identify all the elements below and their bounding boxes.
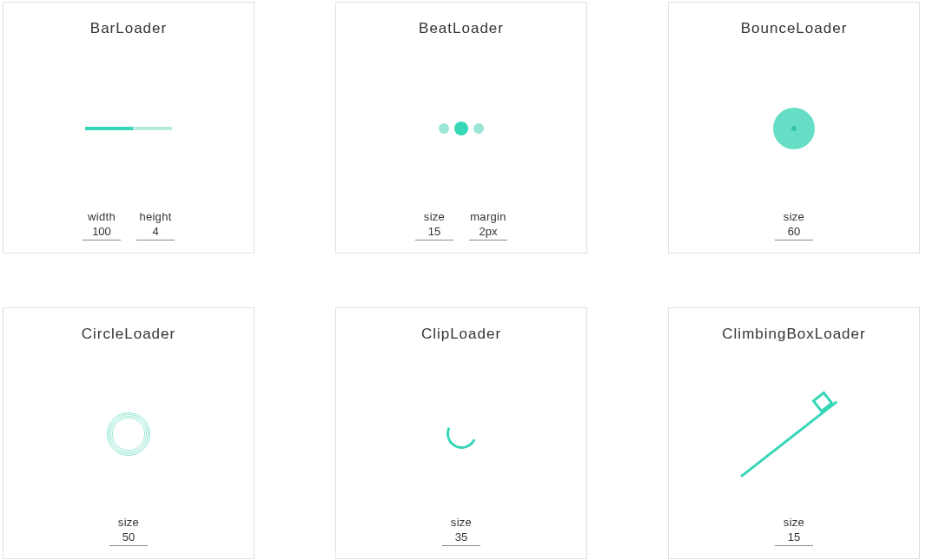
card-clip-loader: ClipLoader size	[335, 307, 587, 559]
control-margin: margin	[469, 210, 507, 240]
loader-preview	[17, 46, 240, 210]
card-title: BeatLoader	[419, 20, 504, 37]
control-label: size	[424, 210, 445, 223]
loader-grid: BarLoader width height BeatLoader size	[0, 0, 926, 559]
clip-loader-icon	[442, 414, 481, 453]
width-input[interactable]	[83, 223, 121, 240]
card-controls: size	[109, 516, 148, 550]
size-input[interactable]	[442, 529, 480, 546]
card-controls: size margin	[415, 210, 507, 244]
bar-loader-icon	[85, 127, 172, 130]
loader-preview	[350, 46, 572, 210]
card-beat-loader: BeatLoader size margin	[335, 2, 587, 254]
card-title: ClimbingBoxLoader	[722, 326, 865, 343]
card-controls: size	[775, 516, 813, 550]
control-label: height	[139, 210, 171, 223]
card-title: CircleLoader	[82, 326, 175, 343]
control-label: size	[784, 210, 804, 223]
loader-preview	[683, 46, 905, 210]
control-label: size	[784, 516, 804, 529]
control-width: width	[83, 210, 121, 240]
card-circle-loader: CircleLoader size	[3, 307, 255, 559]
climbing-box-loader-icon	[742, 391, 846, 478]
margin-input[interactable]	[469, 223, 507, 240]
beat-loader-icon	[439, 122, 484, 135]
circle-loader-icon	[107, 412, 150, 456]
loader-preview	[350, 352, 572, 516]
card-climbing-box-loader: ClimbingBoxLoader size	[668, 307, 920, 559]
control-size: size	[775, 210, 813, 240]
control-size: size	[775, 516, 813, 546]
card-title: BounceLoader	[741, 20, 848, 37]
control-label: width	[88, 210, 116, 223]
card-controls: size	[442, 516, 480, 550]
control-label: margin	[470, 210, 506, 223]
control-height: height	[136, 210, 175, 240]
height-input[interactable]	[136, 223, 175, 240]
card-bar-loader: BarLoader width height	[3, 2, 255, 254]
card-controls: width height	[83, 210, 175, 244]
control-label: size	[451, 516, 472, 529]
bounce-loader-icon	[773, 108, 815, 149]
loader-preview	[683, 352, 905, 516]
size-input[interactable]	[775, 223, 813, 240]
control-label: size	[118, 516, 139, 529]
size-input[interactable]	[415, 223, 453, 240]
card-title: ClipLoader	[421, 326, 501, 343]
card-bounce-loader: BounceLoader size	[668, 2, 920, 254]
card-title: BarLoader	[90, 20, 167, 37]
size-input[interactable]	[109, 529, 148, 546]
size-input[interactable]	[775, 529, 813, 546]
control-size: size	[442, 516, 480, 546]
loader-preview	[17, 352, 240, 516]
control-size: size	[415, 210, 453, 240]
card-controls: size	[775, 210, 813, 244]
control-size: size	[109, 516, 148, 546]
